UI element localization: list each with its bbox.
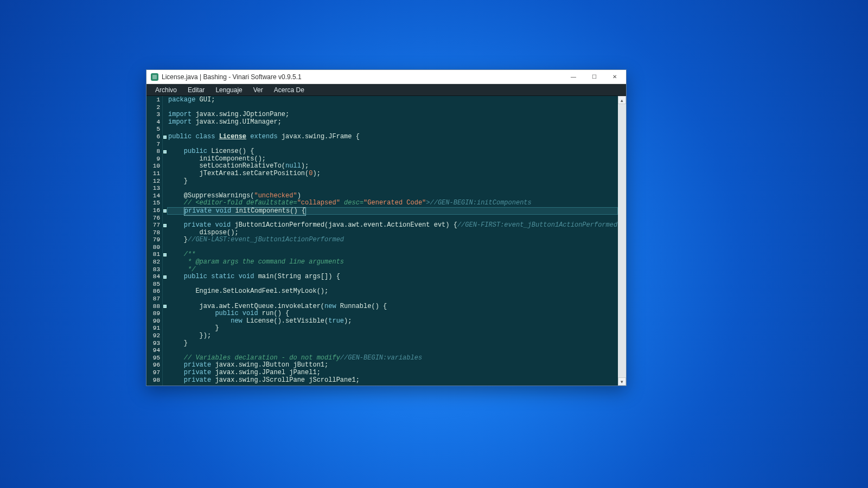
line-number[interactable]: 7 [146, 141, 162, 149]
line-number[interactable]: 90 [146, 318, 162, 325]
menu-ver[interactable]: Ver [248, 85, 269, 95]
line-number[interactable]: 16 [146, 207, 162, 215]
menu-archivo[interactable]: Archivo [150, 85, 182, 95]
code-line[interactable]: import javax.swing.JOptionPane; [167, 111, 618, 119]
code-line[interactable]: java.awt.EventQueue.invokeLater(new Runn… [167, 303, 618, 311]
code-line[interactable]: Engine.SetLookAndFeel.setMyLook(); [167, 288, 618, 296]
line-number[interactable]: 8 [146, 148, 162, 156]
code-line[interactable]: // <editor-fold defaultstate="collapsed"… [167, 200, 618, 207]
line-number[interactable]: 86 [146, 288, 162, 296]
code-line[interactable] [167, 281, 618, 288]
line-number[interactable]: 1 [146, 97, 162, 104]
line-number[interactable]: 88 [146, 303, 162, 311]
code-line[interactable] [167, 296, 618, 303]
line-number[interactable]: 5 [146, 126, 162, 133]
code-line[interactable]: private javax.swing.JButton jButton1; [167, 362, 618, 369]
code-line[interactable]: jTextArea1.setCaretPosition(0); [167, 170, 618, 178]
code-line[interactable] [167, 347, 618, 355]
line-number[interactable]: 93 [146, 340, 162, 348]
code-line[interactable]: public static void main(String args[]) { [167, 273, 618, 281]
code-line[interactable]: /** [167, 251, 618, 259]
code-line[interactable]: initComponents(); [167, 156, 618, 163]
code-line[interactable]: private javax.swing.JScrollPane jScrollP… [167, 377, 618, 384]
line-number[interactable]: 6 [146, 133, 162, 141]
fold-cell[interactable] [163, 251, 167, 259]
code-line[interactable]: } [167, 325, 618, 332]
line-number[interactable]: 14 [146, 192, 162, 200]
line-number[interactable]: 3 [146, 111, 162, 119]
line-number[interactable]: 79 [146, 236, 162, 244]
line-number[interactable]: 85 [146, 281, 162, 288]
menu-editar[interactable]: Editar [182, 85, 210, 95]
fold-toggle-icon[interactable] [163, 224, 167, 227]
line-number[interactable]: 4 [146, 119, 162, 126]
code-line[interactable]: setLocationRelativeTo(null); [167, 163, 618, 170]
line-number[interactable]: 89 [146, 310, 162, 318]
code-line[interactable]: public class License extends javax.swing… [167, 133, 618, 141]
code-line[interactable]: private void initComponents() { [167, 207, 618, 215]
code-line[interactable]: }//GEN-LAST:event_jButton1ActionPerforme… [167, 236, 618, 244]
code-line[interactable]: } [167, 340, 618, 348]
code-area[interactable]: package GUI;import javax.swing.JOptionPa… [167, 96, 618, 386]
menu-lenguaje[interactable]: Lenguaje [210, 85, 247, 95]
code-line[interactable]: // Variables declaration - do not modify… [167, 355, 618, 362]
menu-acerca[interactable]: Acerca De [269, 85, 310, 95]
line-number[interactable]: 78 [146, 229, 162, 237]
scroll-down-icon[interactable]: ▾ [618, 377, 626, 386]
fold-toggle-icon[interactable] [163, 136, 167, 139]
line-number[interactable]: 9 [146, 156, 162, 163]
line-number[interactable]: 98 [146, 377, 162, 384]
code-line[interactable] [167, 244, 618, 252]
code-line[interactable]: public void run() { [167, 310, 618, 318]
fold-toggle-icon[interactable] [163, 150, 167, 153]
code-line[interactable]: package GUI; [167, 97, 618, 104]
code-line[interactable]: */ [167, 266, 618, 274]
code-line[interactable]: } [167, 178, 618, 185]
code-line[interactable]: import javax.swing.UIManager; [167, 119, 618, 126]
fold-toggle-icon[interactable] [163, 253, 167, 256]
code-line[interactable]: private void jButton1ActionPerformed(jav… [167, 222, 618, 229]
line-number[interactable]: 91 [146, 325, 162, 332]
line-number[interactable]: 76 [146, 215, 162, 222]
line-number[interactable]: 82 [146, 259, 162, 266]
line-number[interactable]: 80 [146, 244, 162, 252]
line-number[interactable]: 10 [146, 163, 162, 170]
fold-cell[interactable] [163, 273, 167, 281]
code-line[interactable] [167, 141, 618, 149]
line-number[interactable]: 96 [146, 362, 162, 369]
line-number[interactable]: 81 [146, 251, 162, 259]
code-line[interactable]: @SuppressWarnings("unchecked") [167, 192, 618, 200]
code-line[interactable] [167, 104, 618, 112]
line-number[interactable]: 97 [146, 369, 162, 377]
fold-toggle-icon[interactable] [163, 209, 167, 213]
line-number[interactable]: 2 [146, 104, 162, 112]
line-number[interactable]: 13 [146, 185, 162, 192]
line-number[interactable]: 84 [146, 273, 162, 281]
line-number[interactable]: 77 [146, 222, 162, 229]
fold-cell[interactable] [163, 303, 167, 311]
line-number[interactable]: 94 [146, 347, 162, 355]
line-number[interactable]: 15 [146, 200, 162, 207]
line-number[interactable]: 83 [146, 266, 162, 274]
minimize-button[interactable]: — [563, 70, 584, 84]
fold-column[interactable] [163, 96, 167, 386]
line-number-gutter[interactable]: 1234567891011121314151676777879808182838… [146, 96, 163, 386]
vertical-scrollbar[interactable]: ▴ ▾ [618, 96, 626, 386]
line-number[interactable]: 11 [146, 170, 162, 178]
maximize-button[interactable]: ☐ [584, 70, 604, 84]
code-line[interactable]: * @param args the command line arguments [167, 259, 618, 266]
line-number[interactable]: 87 [146, 296, 162, 303]
fold-cell[interactable] [163, 133, 167, 141]
code-line[interactable]: dispose(); [167, 229, 618, 237]
title-bar[interactable]: License.java | Bashing - Vinari Software… [146, 70, 626, 84]
fold-cell[interactable] [163, 148, 167, 156]
fold-cell[interactable] [163, 207, 167, 215]
code-line[interactable]: }); [167, 332, 618, 340]
line-number[interactable]: 12 [146, 178, 162, 185]
line-number[interactable]: 95 [146, 355, 162, 362]
code-line[interactable]: new License().setVisible(true); [167, 318, 618, 325]
fold-toggle-icon[interactable] [163, 305, 167, 308]
code-line[interactable]: private javax.swing.JPanel jPanel1; [167, 369, 618, 377]
scroll-up-icon[interactable]: ▴ [618, 96, 626, 104]
code-line[interactable] [167, 185, 618, 192]
